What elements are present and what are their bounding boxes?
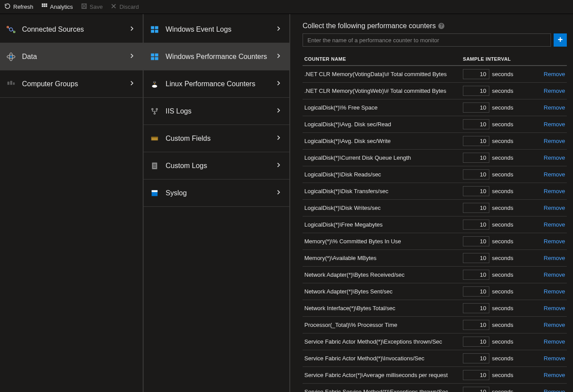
menu-item-label: IIS Logs <box>166 107 192 115</box>
menu-item-iis-logs[interactable]: IIS Logs <box>144 98 289 125</box>
info-icon[interactable]: ? <box>438 23 444 29</box>
remove-link[interactable]: Remove <box>544 288 565 295</box>
data-submenu: Windows Event Logs Windows Performance C… <box>144 14 290 392</box>
interval-input[interactable] <box>463 136 489 146</box>
remove-link[interactable]: Remove <box>544 221 565 228</box>
remove-link[interactable]: Remove <box>544 238 565 245</box>
th-sample-interval: SAMPLE INTERVAL <box>461 53 540 66</box>
add-counter-input[interactable] <box>303 33 551 47</box>
interval-input[interactable] <box>463 387 489 392</box>
chevron-right-icon <box>129 26 135 33</box>
remove-link[interactable]: Remove <box>544 138 565 144</box>
interval-input[interactable] <box>463 86 489 96</box>
add-counter-button[interactable]: + <box>554 33 567 47</box>
remove-link[interactable]: Remove <box>544 121 565 128</box>
seconds-label: seconds <box>492 322 513 328</box>
menu-item-windows-event-logs[interactable]: Windows Event Logs <box>144 16 289 43</box>
svg-point-31 <box>154 113 155 114</box>
menu-item-custom-fields[interactable]: Custom Fields <box>144 125 289 152</box>
table-row: Processor(_Total)\% Processor Timesecond… <box>303 317 567 333</box>
sidebar-item-connected-sources[interactable]: Connected Sources <box>0 16 143 43</box>
counter-name: LogicalDisk(*)\Current Disk Queue Length <box>303 150 461 166</box>
remove-link[interactable]: Remove <box>544 104 565 111</box>
sidebar: Connected Sources Data Computer Groups <box>0 14 144 392</box>
th-actions <box>540 53 567 66</box>
remove-link[interactable]: Remove <box>544 205 565 211</box>
svg-rect-36 <box>153 165 156 166</box>
table-row: .NET CLR Memory(VotingWeb)\# Total commi… <box>303 83 567 99</box>
remove-link[interactable]: Remove <box>544 338 565 345</box>
remove-link[interactable]: Remove <box>544 71 565 77</box>
svg-rect-15 <box>10 81 12 84</box>
interval-cell: seconds <box>461 250 540 267</box>
svg-rect-33 <box>152 136 158 138</box>
menu-item-linux-performance-counters[interactable]: Linux Performance Counters <box>144 70 289 98</box>
panel-heading-row: Collect the following performance counte… <box>303 22 567 30</box>
counter-name: Service Fabric Service Method(*)\Excepti… <box>303 384 461 392</box>
interval-input[interactable] <box>463 303 489 313</box>
remove-link[interactable]: Remove <box>544 171 565 178</box>
linux-icon <box>150 79 159 89</box>
interval-cell: seconds <box>461 317 540 333</box>
seconds-label: seconds <box>492 121 513 128</box>
remove-link[interactable]: Remove <box>544 388 565 392</box>
menu-item-custom-logs[interactable]: Custom Logs <box>144 152 289 180</box>
analytics-button[interactable]: Analytics <box>41 3 73 11</box>
sidebar-item-data[interactable]: Data <box>0 43 143 70</box>
seconds-label: seconds <box>492 255 513 261</box>
svg-point-9 <box>7 26 9 28</box>
counter-name: Network Interface(*)\Bytes Total/sec <box>303 300 461 317</box>
counter-name: LogicalDisk(*)\Avg. Disk sec/Write <box>303 133 461 150</box>
interval-cell: seconds <box>461 116 540 133</box>
remove-link[interactable]: Remove <box>544 372 565 378</box>
counter-name: Network Adapter(*)\Bytes Received/sec <box>303 267 461 283</box>
svg-rect-35 <box>153 164 156 164</box>
interval-input[interactable] <box>463 186 489 196</box>
interval-input[interactable] <box>463 270 489 280</box>
sidebar-item-computer-groups[interactable]: Computer Groups <box>0 70 143 98</box>
menu-item-label: Linux Performance Counters <box>166 80 255 88</box>
interval-input[interactable] <box>463 337 489 347</box>
remove-link[interactable]: Remove <box>544 322 565 328</box>
svg-point-28 <box>155 82 156 83</box>
interval-cell: seconds <box>461 183 540 200</box>
remove-link[interactable]: Remove <box>544 271 565 278</box>
counter-name: Memory(*)\Available MBytes <box>303 250 461 267</box>
seconds-label: seconds <box>492 138 513 144</box>
chevron-right-icon <box>275 107 281 115</box>
interval-input[interactable] <box>463 320 489 330</box>
menu-item-syslog[interactable]: Syslog <box>144 180 289 207</box>
syslog-icon <box>150 188 159 198</box>
interval-input[interactable] <box>463 236 489 246</box>
interval-input[interactable] <box>463 220 489 230</box>
interval-input[interactable] <box>463 370 489 380</box>
interval-input[interactable] <box>463 103 489 113</box>
save-button: Save <box>81 3 103 11</box>
svg-point-30 <box>156 108 157 110</box>
remove-link[interactable]: Remove <box>544 154 565 161</box>
interval-cell: seconds <box>461 133 540 150</box>
discard-label: Discard <box>119 4 139 10</box>
analytics-icon <box>41 3 48 11</box>
counter-name: Network Adapter(*)\Bytes Sent/sec <box>303 283 461 300</box>
interval-input[interactable] <box>463 69 489 79</box>
interval-input[interactable] <box>463 203 489 213</box>
table-row: Service Fabric Service Method(*)\Excepti… <box>303 384 567 392</box>
interval-input[interactable] <box>463 153 489 163</box>
remove-link[interactable]: Remove <box>544 355 565 362</box>
svg-rect-22 <box>155 53 159 56</box>
remove-link[interactable]: Remove <box>544 305 565 311</box>
menu-item-windows-performance-counters[interactable]: Windows Performance Counters <box>144 43 289 70</box>
interval-input[interactable] <box>463 119 489 129</box>
custom-logs-icon <box>150 161 159 171</box>
remove-link[interactable]: Remove <box>544 88 565 94</box>
interval-input[interactable] <box>463 253 489 263</box>
refresh-button[interactable]: Refresh <box>4 3 33 11</box>
remove-link[interactable]: Remove <box>544 188 565 194</box>
interval-input[interactable] <box>463 353 489 363</box>
interval-input[interactable] <box>463 286 489 297</box>
svg-rect-17 <box>151 26 155 29</box>
remove-link[interactable]: Remove <box>544 255 565 261</box>
interval-input[interactable] <box>463 169 489 180</box>
svg-rect-3 <box>41 5 43 7</box>
